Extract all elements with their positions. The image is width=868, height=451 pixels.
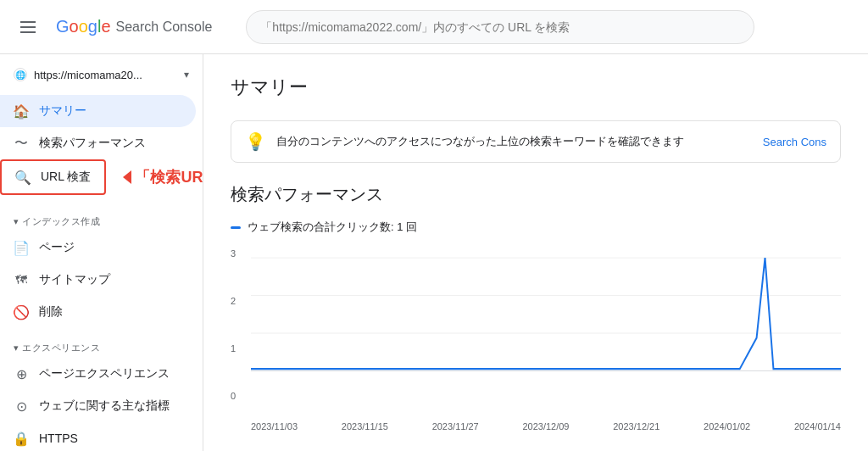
sidebar-item-sitemaps-label: サイトマップ [39,272,110,287]
sidebar-item-https-label: HTTPS [39,432,78,445]
sidebar-item-https[interactable]: 🔒 HTTPS [0,422,196,451]
index-section-header: ▾ インデックス作成 [0,202,203,231]
main-layout: 🌐 https://micomama20... ▾ 🏠 サマリー 〜 検索パフォ… [0,54,868,451]
hamburger-menu[interactable] [14,14,42,40]
y-label-0: 0 [231,391,236,401]
removals-icon: 🚫 [14,304,29,320]
sidebar-item-pages-label: ページ [39,240,75,255]
google-logo: Google Search Console [56,17,212,36]
y-label-1: 1 [231,343,236,354]
sidebar-item-web-vitals[interactable]: ⊙ ウェブに関する主な指標 [0,390,196,422]
sitemaps-icon: 🗺 [14,272,29,287]
chart-icon: 〜 [14,136,29,151]
page-title: サマリー [231,75,841,100]
annotation-text: 「検索URL」をクリック [131,167,203,187]
sidebar-item-url-inspect[interactable]: 🔍 URL 検査 [0,159,106,195]
sidebar-item-page-experience[interactable]: ⊕ ページエクスペリエンス [0,358,196,390]
site-selector[interactable]: 🌐 https://micomama20... ▾ [0,61,203,88]
promo-link[interactable]: Search Cons [763,136,826,148]
y-axis-labels: 3 2 1 0 [231,248,236,418]
performance-section-title: 検索パフォーマンス [231,183,841,206]
search-input[interactable] [246,10,754,44]
site-url: https://micomama20... [34,69,177,81]
site-favicon: 🌐 [14,68,27,81]
product-name: Search Console [116,19,213,35]
sidebar-item-pages[interactable]: 📄 ページ [0,231,196,264]
x-label-4: 2023/12/21 [613,421,659,432]
global-search-bar[interactable] [246,10,754,44]
sidebar-item-search-performance[interactable]: 〜 検索パフォーマンス [0,127,196,159]
x-label-0: 2023/11/03 [251,421,298,432]
y-label-2: 2 [231,296,236,306]
annotation: 「検索URL」をクリック [123,167,203,187]
main-content: サマリー 💡 自分のコンテンツへのアクセスにつながった上位の検索キーワードを確認… [203,54,868,451]
sidebar-item-web-vitals-label: ウェブに関する主な指標 [39,398,170,414]
x-label-3: 2023/12/09 [522,421,569,432]
legend-dot [231,226,241,229]
arrow-icon [123,170,131,184]
experience-section-header: ▾ エクスペリエンス [0,328,203,358]
promo-banner: 💡 自分のコンテンツへのアクセスにつながった上位の検索キーワードを確認できます … [231,120,841,163]
x-axis-labels: 2023/11/03 2023/11/15 2023/11/27 2023/12… [231,421,841,432]
x-label-2: 2023/11/27 [432,421,479,432]
sidebar-item-summary-label: サマリー [39,103,86,119]
performance-chart: 3 2 1 0 [231,248,841,418]
sidebar-item-sitemaps[interactable]: 🗺 サイトマップ [0,264,196,296]
top-header: Google Search Console [0,0,868,54]
page-experience-icon: ⊕ [14,366,29,381]
y-label-3: 3 [231,248,236,259]
home-icon: 🏠 [14,103,29,119]
sidebar-item-removals-label: 削除 [39,304,63,320]
chart-legend: ウェブ検索の合計クリック数: 1 回 [231,220,841,235]
x-label-6: 2024/01/14 [794,421,841,432]
lightbulb-icon: 💡 [245,131,266,152]
sidebar: 🌐 https://micomama20... ▾ 🏠 サマリー 〜 検索パフォ… [0,54,203,451]
lock-icon: 🔒 [14,431,29,446]
sidebar-item-page-experience-label: ページエクスペリエンス [39,366,170,381]
web-vitals-icon: ⊙ [14,398,29,414]
dropdown-arrow-icon: ▾ [184,69,189,81]
legend-label: ウェブ検索の合計クリック数: 1 回 [248,220,417,235]
sidebar-item-summary[interactable]: 🏠 サマリー [0,95,196,127]
pages-icon: 📄 [14,240,29,255]
chart-svg [231,248,841,418]
promo-text: 自分のコンテンツへのアクセスにつながった上位の検索キーワードを確認できます [276,134,753,149]
sidebar-item-url-inspect-label: URL 検査 [41,170,91,185]
search-icon: 🔍 [15,170,31,185]
sidebar-item-performance-label: 検索パフォーマンス [39,136,146,151]
sidebar-item-removals[interactable]: 🚫 削除 [0,296,196,328]
x-label-5: 2024/01/02 [704,421,750,432]
x-label-1: 2023/11/15 [342,421,388,432]
